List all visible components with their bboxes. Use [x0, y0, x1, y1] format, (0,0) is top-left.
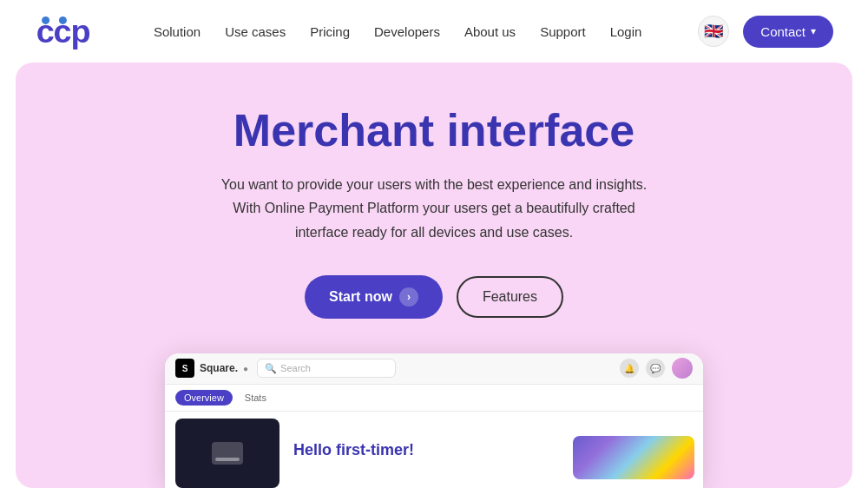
nav-item-support[interactable]: Support [540, 24, 586, 39]
contact-label: Contact [760, 24, 806, 39]
features-button[interactable]: Features [457, 276, 563, 318]
dashboard-topbar: S Square. ● 🔍 Search 🔔 💬 [165, 353, 703, 385]
dashboard-content: Hello first-timer! [165, 412, 703, 488]
nav-item-login[interactable]: Login [610, 24, 642, 39]
contact-button[interactable]: Contact ▾ [743, 16, 833, 48]
user-avatar[interactable] [672, 358, 693, 379]
contact-chevron-icon: ▾ [811, 25, 816, 37]
dashboard-icons: 🔔 💬 [620, 358, 693, 379]
tab-stats[interactable]: Stats [236, 390, 275, 406]
tab-overview[interactable]: Overview [175, 390, 233, 406]
svg-point-3 [42, 16, 49, 24]
svg-text:p: p [70, 13, 90, 49]
hero-title: Merchant interface [233, 106, 635, 155]
hero-section: Merchant interface You want to provide y… [16, 63, 852, 488]
dashboard-logo-icon: S [175, 359, 194, 378]
svg-point-4 [59, 16, 67, 24]
dashboard-logo-text: Square. [200, 362, 238, 374]
nav: Solution Use cases Pricing Developers Ab… [154, 24, 641, 39]
nav-item-developers[interactable]: Developers [374, 24, 440, 39]
search-icon: 🔍 [265, 363, 277, 374]
arrow-icon: › [399, 287, 418, 307]
dashboard-card-dark [175, 419, 279, 488]
dashboard-tabs: Overview Stats [165, 385, 703, 412]
start-now-button[interactable]: Start now › [305, 275, 443, 319]
nav-item-pricing[interactable]: Pricing [310, 24, 350, 39]
hero-description: You want to provide your users with the … [208, 173, 660, 244]
chat-icon[interactable]: 💬 [646, 359, 665, 378]
logo[interactable]: c c p [35, 12, 97, 50]
color-bar-decoration [573, 436, 694, 479]
header-right: 🇬🇧 Contact ▾ [698, 16, 833, 48]
bell-icon[interactable]: 🔔 [620, 359, 639, 378]
language-selector[interactable]: 🇬🇧 [698, 16, 729, 47]
dashboard-logo: S Square. ● [175, 359, 248, 378]
dashboard-logo-badge: ● [243, 364, 248, 373]
card-icon [212, 442, 243, 465]
dashboard-preview: S Square. ● 🔍 Search 🔔 💬 Overview Stats [165, 353, 703, 488]
nav-item-use-cases[interactable]: Use cases [225, 24, 286, 39]
start-now-label: Start now [329, 289, 392, 305]
search-placeholder-text: Search [280, 363, 311, 373]
nav-item-about-us[interactable]: About us [464, 24, 516, 39]
dashboard-search[interactable]: 🔍 Search [257, 359, 396, 378]
nav-item-solution[interactable]: Solution [154, 24, 201, 39]
hero-buttons: Start now › Features [305, 275, 563, 319]
header: c c p Solution Use cases Pricing Develop… [0, 0, 868, 63]
